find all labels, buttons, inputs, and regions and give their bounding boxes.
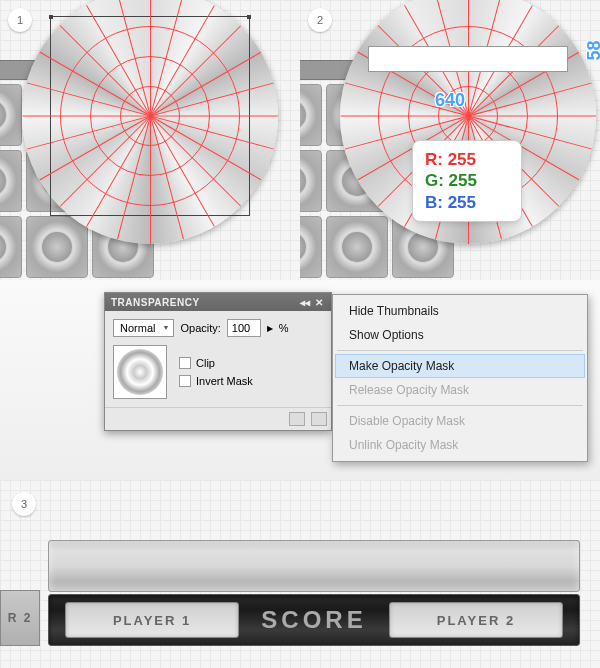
panel-header[interactable]: TRANSPARENCY ◂◂ ✕ — [105, 293, 331, 311]
panel-foot-icon-1[interactable] — [289, 412, 305, 426]
menu-disable-opacity-mask: Disable Opacity Mask — [335, 409, 585, 433]
step-3-canvas: 3 R 2 PLAYER 1 SCORE PLAYER 2 — [0, 480, 600, 668]
panel-title: TRANSPARENCY — [111, 297, 200, 308]
rgb-readout: R: 255 G: 255 B: 255 — [412, 140, 522, 222]
player1-slot: PLAYER 1 — [65, 602, 239, 638]
invert-mask-checkbox[interactable]: Invert Mask — [179, 375, 253, 387]
step-badge-2: 2 — [308, 8, 332, 32]
height-dimension: 58 — [583, 40, 600, 60]
step-2-canvas: 2 PLAYER 640 58 R: 255 G: 25 — [300, 0, 600, 280]
step-badge-3: 3 — [12, 492, 36, 516]
edge-player-block: R 2 — [0, 590, 40, 646]
step-badge-1: 1 — [8, 8, 32, 32]
rgb-g-value: G: 255 — [425, 170, 509, 191]
middle-section: TRANSPARENCY ◂◂ ✕ Normal Opacity: ▶ % Cl… — [0, 280, 600, 480]
rgb-b-value: B: 255 — [425, 192, 509, 213]
opacity-input[interactable] — [227, 319, 261, 337]
menu-separator — [337, 405, 583, 406]
menu-unlink-opacity-mask: Unlink Opacity Mask — [335, 433, 585, 457]
menu-make-opacity-mask[interactable]: Make Opacity Mask — [335, 354, 585, 378]
edge-label: R 2 — [8, 611, 33, 625]
drawn-rectangle[interactable] — [368, 46, 568, 72]
menu-release-opacity-mask: Release Opacity Mask — [335, 378, 585, 402]
menu-separator — [337, 350, 583, 351]
score-label: SCORE — [245, 606, 383, 634]
menu-show-options[interactable]: Show Options — [335, 323, 585, 347]
panel-foot-icon-2[interactable] — [311, 412, 327, 426]
opacity-arrow-icon[interactable]: ▶ — [267, 324, 273, 333]
score-panel[interactable]: PLAYER 1 SCORE PLAYER 2 — [48, 540, 580, 655]
player2-slot: PLAYER 2 — [389, 602, 563, 638]
blend-mode-select[interactable]: Normal — [113, 319, 174, 337]
rgb-r-value: R: 255 — [425, 149, 509, 170]
dark-score-bar: PLAYER 1 SCORE PLAYER 2 — [48, 594, 580, 646]
metal-top-bar — [48, 540, 580, 592]
step-1-canvas: 1 PLAYER — [0, 0, 300, 280]
opacity-label: Opacity: — [180, 322, 220, 334]
transparency-panel[interactable]: TRANSPARENCY ◂◂ ✕ Normal Opacity: ▶ % Cl… — [104, 292, 332, 431]
radial-gradient-circle[interactable] — [22, 0, 278, 244]
width-dimension: 640 — [435, 90, 465, 111]
percent-label: % — [279, 322, 289, 334]
collapse-icon[interactable]: ◂◂ — [299, 296, 311, 308]
radial-guides — [22, 0, 278, 244]
menu-hide-thumbnails[interactable]: Hide Thumbnails — [335, 299, 585, 323]
context-menu: Hide Thumbnails Show Options Make Opacit… — [332, 294, 588, 462]
close-icon[interactable]: ✕ — [313, 296, 325, 308]
clip-checkbox[interactable]: Clip — [179, 357, 253, 369]
mask-thumbnail[interactable] — [113, 345, 167, 399]
